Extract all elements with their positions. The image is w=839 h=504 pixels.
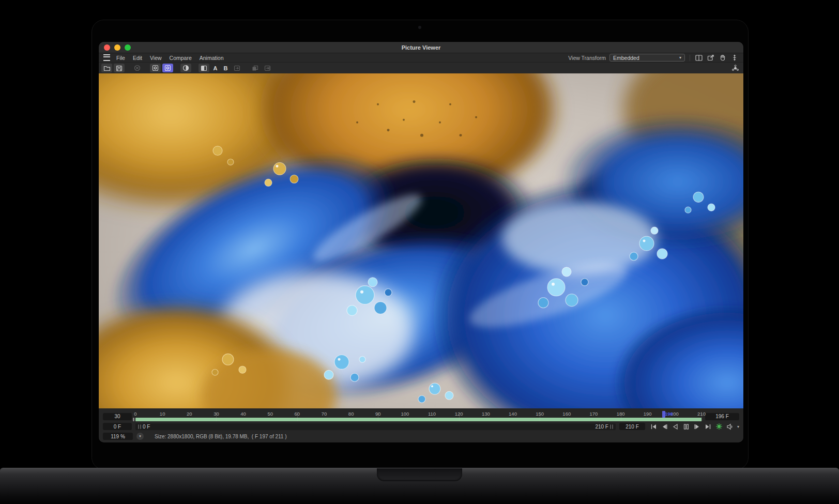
preview-range-field[interactable]: 0 F 210 F xyxy=(135,423,616,430)
view-transform-value: Embedded xyxy=(613,55,639,61)
ruler-label: 30 xyxy=(213,411,219,417)
step-back-button[interactable] xyxy=(661,423,668,430)
ruler-label: 50 xyxy=(267,411,273,417)
fps-box[interactable]: 30 xyxy=(103,413,132,420)
pan-hand-icon[interactable] xyxy=(719,54,727,62)
ruler-label: 180 xyxy=(617,411,625,417)
chevron-down-icon: ▾ xyxy=(139,434,141,438)
view-transform-label: View Transform xyxy=(568,55,606,61)
ruler-label: 90 xyxy=(375,411,381,417)
ruler-label: 150 xyxy=(536,411,544,417)
popout-button[interactable] xyxy=(707,54,715,62)
node-material-icon[interactable] xyxy=(730,64,741,72)
export-button xyxy=(262,64,273,72)
pause-button[interactable] xyxy=(683,423,690,430)
set-b-button[interactable]: B xyxy=(221,65,230,71)
ruler-label: 60 xyxy=(295,411,300,417)
ruler-label: 20 xyxy=(187,411,192,417)
copy-layers-button xyxy=(250,64,261,72)
titlebar: Picture Viewer xyxy=(99,42,743,53)
webcam-icon xyxy=(418,26,421,29)
ruler-label: 140 xyxy=(509,411,517,417)
main-menu-icon[interactable] xyxy=(103,54,110,61)
render-loop-button[interactable] xyxy=(715,423,723,430)
render-settings-button[interactable] xyxy=(150,64,161,72)
open-file-button[interactable] xyxy=(101,64,112,72)
goto-end-button[interactable] xyxy=(705,423,712,430)
step-forward-button[interactable] xyxy=(694,423,701,430)
menu-edit[interactable]: Edit xyxy=(133,55,142,61)
ruler-label: 110 xyxy=(428,411,436,417)
timeline: 30 196 010203040506070809010011012013014… xyxy=(99,408,743,442)
zoom-window-button[interactable] xyxy=(125,44,131,51)
window-title: Picture Viewer xyxy=(99,44,743,51)
menubar: File Edit View Compare Animation View Tr… xyxy=(99,53,743,62)
cached-frames-bar xyxy=(135,418,701,421)
ruler-label: 210 xyxy=(697,411,706,417)
menu-animation[interactable]: Animation xyxy=(200,55,224,61)
set-a-button[interactable]: A xyxy=(211,65,220,71)
ruler-label: 130 xyxy=(482,411,490,417)
ruler-label: 70 xyxy=(322,411,327,417)
stop-render-button xyxy=(132,64,143,72)
ram-render-button[interactable] xyxy=(162,64,173,72)
zoom-dropdown-button[interactable]: ▾ xyxy=(136,433,144,440)
laptop-base xyxy=(0,468,839,504)
menu-view[interactable]: View xyxy=(150,55,162,61)
ruler-label: 170 xyxy=(589,411,598,417)
ruler-label: 190 xyxy=(644,411,652,417)
timeline-ruler[interactable]: 196 010203040506070809010011012013014015… xyxy=(135,411,701,422)
render-image xyxy=(99,73,743,408)
laptop-lid-notch xyxy=(377,468,462,481)
current-frame-box[interactable]: 196 F xyxy=(705,413,739,420)
ruler-label: 0 xyxy=(134,411,136,417)
menu-compare[interactable]: Compare xyxy=(170,55,192,61)
play-reverse-button[interactable] xyxy=(672,423,679,430)
ruler-label: 160 xyxy=(562,411,571,417)
save-button[interactable] xyxy=(114,64,125,72)
view-transform-dropdown[interactable]: Embedded ▾ xyxy=(609,54,685,62)
split-view-button[interactable] xyxy=(695,54,703,62)
zoom-level-box[interactable]: 119 % xyxy=(103,433,133,440)
chevron-down-icon: ▾ xyxy=(679,55,681,60)
close-button[interactable] xyxy=(104,44,110,51)
toolbar: A B xyxy=(99,62,743,73)
playhead[interactable]: 196 xyxy=(662,411,665,418)
swap-ab-button xyxy=(232,64,242,72)
picture-viewer-window: Picture Viewer File Edit View Compare An… xyxy=(99,42,743,442)
ruler-label: 40 xyxy=(240,411,246,417)
audio-button[interactable] xyxy=(726,423,734,430)
image-canvas[interactable] xyxy=(99,73,743,408)
range-start-grip[interactable] xyxy=(138,424,141,429)
ruler-label: 10 xyxy=(160,411,165,417)
ruler-label: 120 xyxy=(455,411,463,417)
ruler-label: 80 xyxy=(348,411,354,417)
status-info: Size: 2880x1800, RGB (8 Bit), 19.78 MB, … xyxy=(155,434,287,439)
menu-file[interactable]: File xyxy=(116,55,125,61)
minimize-button[interactable] xyxy=(114,44,120,51)
laptop-screen: Picture Viewer File Edit View Compare An… xyxy=(91,20,749,470)
range-end-grip[interactable] xyxy=(610,424,613,429)
range-start-value: 0 F xyxy=(143,424,150,430)
range-end-box[interactable]: 210 F xyxy=(619,423,645,430)
goto-start-button[interactable] xyxy=(650,423,658,430)
range-start-box[interactable]: 0 F xyxy=(103,423,132,430)
compare-mode-button[interactable] xyxy=(180,64,191,72)
transport-controls: ▾ xyxy=(650,423,739,430)
divider xyxy=(690,55,690,61)
range-end-value: 210 F xyxy=(595,424,608,430)
ruler-label: 100 xyxy=(401,411,409,417)
undock-icon[interactable] xyxy=(730,54,739,62)
playback-options-button[interactable]: ▾ xyxy=(737,424,739,429)
ab-compare-button[interactable] xyxy=(199,64,209,72)
playhead-frame-label: 196 xyxy=(665,411,673,417)
